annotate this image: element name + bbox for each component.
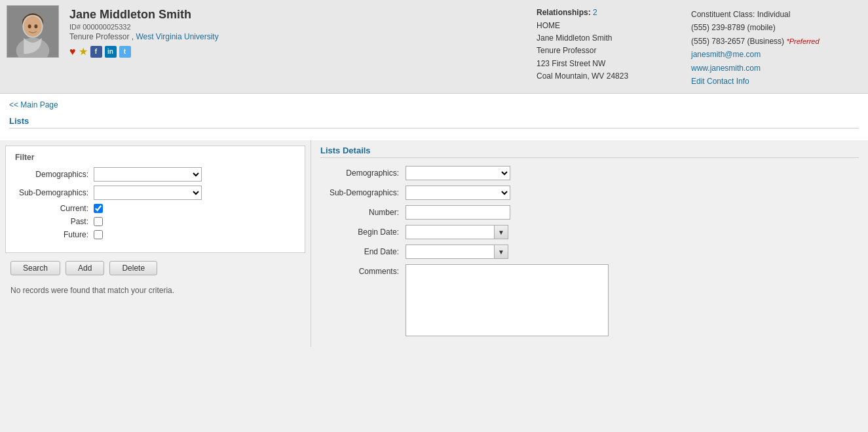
calendar-down-icon2: ▼: [498, 248, 504, 256]
detail-number-row: Number:: [320, 205, 859, 220]
filter-future-label: Future:: [15, 230, 94, 239]
lists-section-title: Lists: [9, 116, 859, 128]
person-name: Jane Middleton Smith: [69, 8, 526, 22]
svg-point-3: [24, 16, 41, 37]
star-icon[interactable]: ★: [79, 45, 88, 58]
address-name: Jane Middleton Smith: [537, 32, 681, 45]
calendar-down-icon: ▼: [498, 229, 504, 236]
detail-begindate-wrap: ▼: [406, 225, 508, 239]
detail-enddate-wrap: ▼: [406, 245, 508, 259]
filter-subdemographics-label: Sub-Demographics:: [15, 188, 94, 197]
header: Jane Middleton Smith ID# 000000025332 Te…: [0, 0, 868, 94]
person-title: Tenure Professor , West Virginia Univers…: [69, 32, 526, 41]
detail-begindate-row: Begin Date: ▼: [320, 225, 859, 239]
detail-demographics-select[interactable]: [406, 166, 510, 180]
detail-enddate-label: End Date:: [320, 247, 406, 256]
right-panel: Lists Details Demographics: Sub-Demograp…: [311, 140, 868, 347]
website-link-wrap: www.janesmith.com: [691, 62, 861, 75]
filter-demographics-label: Demographics:: [15, 170, 94, 179]
breadcrumb: << Main Page: [9, 100, 859, 109]
detail-comments-row: Comments:: [320, 264, 859, 336]
website-link[interactable]: www.janesmith.com: [691, 64, 761, 73]
edit-contact-link-wrap: Edit Contact Info: [691, 75, 861, 88]
address-city: Coal Mountain, WV 24823: [537, 70, 681, 83]
university-link[interactable]: West Virginia University: [136, 32, 218, 41]
relationships-count-link[interactable]: 2: [593, 8, 597, 17]
detail-subdemographics-row: Sub-Demographics:: [320, 186, 859, 200]
detail-enddate-row: End Date: ▼: [320, 245, 859, 259]
main-content: << Main Page Lists: [0, 94, 868, 140]
facebook-icon[interactable]: f: [90, 46, 102, 58]
social-icons: ♥ ★ f in t: [69, 45, 526, 58]
address-title: Tenure Professor: [537, 45, 681, 57]
address-block: HOME Jane Middleton Smith Tenure Profess…: [537, 20, 681, 83]
no-records-message: No records were found that match your cr…: [5, 275, 305, 300]
detail-begindate-label: Begin Date:: [320, 227, 406, 237]
enddate-calendar-btn[interactable]: ▼: [494, 245, 508, 259]
filter-current-label: Current:: [15, 204, 94, 213]
detail-number-input[interactable]: [406, 205, 510, 220]
begindate-calendar-btn[interactable]: ▼: [494, 225, 508, 239]
address-street: 123 First Street NW: [537, 58, 681, 70]
header-info: Jane Middleton Smith ID# 000000025332 Te…: [69, 5, 526, 88]
filter-current-checkbox[interactable]: [94, 204, 103, 213]
detail-number-label: Number:: [320, 208, 406, 217]
address-type: HOME: [537, 20, 681, 32]
filter-future-row: Future:: [15, 230, 295, 239]
svg-point-5: [34, 24, 37, 28]
filter-future-checkbox[interactable]: [94, 230, 103, 239]
detail-enddate-input[interactable]: [406, 245, 494, 259]
header-contact: Constituent Class: Individual (555) 239-…: [691, 5, 861, 88]
filter-past-checkbox[interactable]: [94, 217, 103, 226]
detail-comments-label: Comments:: [320, 264, 406, 276]
filter-demographics-row: Demographics:: [15, 167, 295, 182]
edit-contact-link[interactable]: Edit Contact Info: [691, 77, 749, 86]
heart-icon[interactable]: ♥: [69, 46, 76, 58]
person-id: ID# 000000025332: [69, 23, 526, 31]
action-buttons: Search Add Delete: [5, 261, 305, 275]
filter-subdemographics-select[interactable]: [94, 186, 202, 200]
filter-subdemographics-row: Sub-Demographics:: [15, 186, 295, 200]
header-relationships: Relationships: 2 HOME Jane Middleton Smi…: [537, 5, 681, 88]
filter-demographics-select[interactable]: [94, 167, 202, 182]
detail-begindate-input[interactable]: [406, 225, 494, 239]
delete-button[interactable]: Delete: [109, 261, 157, 275]
filter-past-row: Past:: [15, 217, 295, 226]
detail-comments-textarea[interactable]: [406, 264, 609, 336]
filter-current-row: Current:: [15, 204, 295, 213]
detail-subdemographics-select[interactable]: [406, 186, 510, 200]
avatar: [7, 5, 59, 58]
linkedin-icon[interactable]: in: [105, 46, 117, 58]
constituent-class: Constituent Class: Individual: [691, 8, 861, 21]
add-button[interactable]: Add: [66, 261, 104, 275]
email-link-wrap: janesmith@me.com: [691, 48, 861, 61]
filter-past-label: Past:: [15, 217, 94, 226]
twitter-icon[interactable]: t: [119, 46, 131, 58]
left-panel: Filter Demographics: Sub-Demographics: C…: [0, 140, 311, 347]
search-button[interactable]: Search: [10, 261, 60, 275]
main-page-link[interactable]: << Main Page: [9, 100, 58, 109]
two-panel: Filter Demographics: Sub-Demographics: C…: [0, 140, 868, 347]
filter-box: Filter Demographics: Sub-Demographics: C…: [5, 146, 305, 253]
email-link[interactable]: janesmith@me.com: [691, 50, 761, 59]
lists-details-title: Lists Details: [320, 146, 859, 158]
detail-demographics-row: Demographics:: [320, 166, 859, 180]
relationships-header: Relationships: 2: [537, 8, 681, 17]
svg-point-4: [28, 24, 31, 28]
detail-subdemographics-label: Sub-Demographics:: [320, 188, 406, 197]
phone-business: (555) 783-2657 (Business) *Preferred: [691, 35, 861, 48]
detail-demographics-label: Demographics:: [320, 168, 406, 178]
filter-title: Filter: [15, 153, 295, 162]
phone-mobile: (555) 239-8789 (mobile): [691, 21, 861, 34]
